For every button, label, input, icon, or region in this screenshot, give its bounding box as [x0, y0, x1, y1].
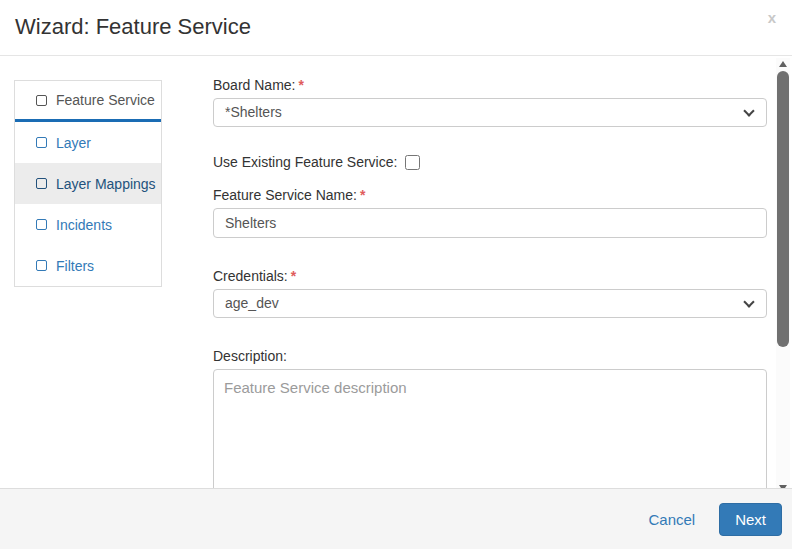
dialog-header: Wizard: Feature Service x — [0, 0, 792, 56]
tab-label: Filters — [56, 258, 94, 274]
required-asterisk: * — [298, 77, 303, 93]
checkbox-icon — [36, 219, 47, 230]
use-existing-label: Use Existing Feature Service: — [213, 154, 397, 170]
tab-layer[interactable]: Layer — [15, 122, 161, 163]
feature-service-name-input[interactable] — [213, 208, 767, 238]
feature-service-name-group: Feature Service Name:* — [213, 187, 767, 238]
checkbox-icon — [36, 95, 47, 106]
checkbox-icon — [36, 178, 47, 189]
wizard-dialog: Wizard: Feature Service x Feature Servic… — [0, 0, 792, 549]
required-asterisk: * — [291, 268, 296, 284]
board-name-select[interactable]: *Shelters — [213, 98, 767, 127]
wizard-step-tabs: Feature Service Layer Layer Mappings Inc… — [14, 80, 162, 287]
feature-service-name-label: Feature Service Name:* — [213, 187, 767, 203]
next-button[interactable]: Next — [719, 503, 782, 536]
cancel-button[interactable]: Cancel — [648, 511, 695, 528]
board-name-group: Board Name:* *Shelters — [213, 77, 767, 127]
description-group: Description: — [213, 348, 767, 488]
use-existing-group: Use Existing Feature Service: — [213, 154, 767, 170]
credentials-selected-value: age_dev — [225, 295, 279, 311]
close-icon[interactable]: x — [768, 10, 776, 25]
dialog-title: Wizard: Feature Service — [15, 14, 776, 40]
tab-feature-service[interactable]: Feature Service — [15, 81, 161, 122]
scroll-up-icon[interactable] — [779, 61, 787, 67]
dialog-body: Feature Service Layer Layer Mappings Inc… — [0, 56, 792, 488]
chevron-down-icon — [743, 105, 754, 116]
description-textarea[interactable] — [213, 369, 767, 488]
board-name-label: Board Name:* — [213, 77, 767, 93]
checkbox-icon — [36, 260, 47, 271]
credentials-select[interactable]: age_dev — [213, 289, 767, 318]
tab-incidents[interactable]: Incidents — [15, 204, 161, 245]
tab-layer-mappings[interactable]: Layer Mappings — [15, 163, 161, 204]
board-name-selected-value: *Shelters — [225, 104, 282, 120]
checkbox-icon — [36, 137, 47, 148]
wizard-form: Board Name:* *Shelters Use Existing Feat… — [213, 77, 767, 488]
tab-label: Layer Mappings — [56, 176, 156, 192]
chevron-down-icon — [743, 296, 754, 307]
credentials-group: Credentials:* age_dev — [213, 268, 767, 318]
scrollbar-thumb[interactable] — [777, 71, 789, 347]
description-label: Description: — [213, 348, 767, 364]
vertical-scrollbar[interactable] — [776, 58, 790, 488]
dialog-footer: Cancel Next — [0, 488, 792, 549]
tab-label: Incidents — [56, 217, 112, 233]
tab-label: Layer — [56, 135, 91, 151]
required-asterisk: * — [360, 187, 365, 203]
tab-label: Feature Service — [56, 92, 155, 108]
tab-filters[interactable]: Filters — [15, 245, 161, 286]
use-existing-checkbox[interactable] — [405, 155, 420, 170]
credentials-label: Credentials:* — [213, 268, 767, 284]
